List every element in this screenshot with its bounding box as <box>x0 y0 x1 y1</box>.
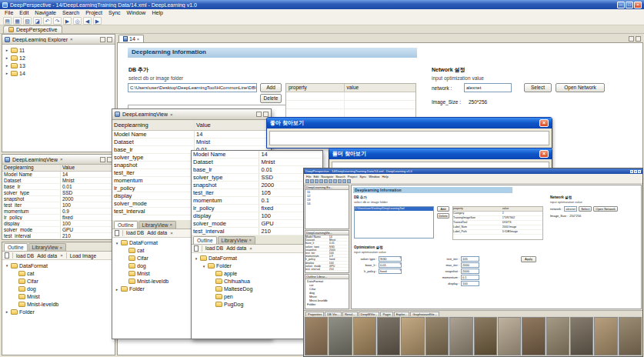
save-icon[interactable]: ▦ <box>13 17 22 25</box>
add-button[interactable]: Add <box>260 83 282 92</box>
image-thumbnail[interactable] <box>594 317 617 355</box>
image-thumbnail[interactable] <box>425 317 449 355</box>
tab-outline[interactable]: Outline <box>114 221 138 229</box>
undo-icon[interactable] <box>324 179 328 183</box>
property-row[interactable]: lr_policy fixed <box>2 215 115 221</box>
outline-tree-item[interactable]: ▸ Folder <box>2 308 115 315</box>
new-file-icon[interactable]: ▤ <box>3 17 12 25</box>
mini-menu-item[interactable]: Project <box>348 175 357 178</box>
mini-menu-item[interactable]: Navigate <box>321 175 333 178</box>
mini-db-listbox[interactable]: C:\Users\user\Desktop\DeepLearningTool <box>354 206 434 239</box>
dialog-close-button[interactable]: × <box>539 150 549 158</box>
mini-field-dropdown[interactable]: SGD <box>379 256 402 262</box>
run-icon[interactable]: ▶ <box>63 17 72 25</box>
forward-icon[interactable]: ▶ <box>93 17 102 25</box>
twisty-icon[interactable]: ▸ <box>5 63 9 68</box>
print-icon[interactable] <box>315 179 319 183</box>
mini-tree-item[interactable]: Folder <box>305 302 349 306</box>
undo-icon[interactable]: ↶ <box>43 17 52 25</box>
add-data-button[interactable]: Add data <box>147 230 167 235</box>
image-thumbnail[interactable] <box>546 317 569 355</box>
image-thumbnail[interactable] <box>498 317 521 355</box>
mini-db-selected-path[interactable]: C:\Users\user\Desktop\DeepLearningTool <box>355 207 433 211</box>
twisty-icon[interactable]: ▾ <box>5 263 9 268</box>
outline-tree-item[interactable]: dog <box>2 285 115 292</box>
explorer-tree-item[interactable]: ▸ 13 <box>2 62 115 69</box>
property-row[interactable]: Dataset Mnist <box>192 158 322 166</box>
outline-tree-item[interactable]: Mnist <box>2 292 115 300</box>
print-icon[interactable]: ▧ <box>23 17 32 25</box>
editor-tab-close-icon[interactable] <box>137 37 140 42</box>
outline-tree-item[interactable]: ▾ DataFormat <box>2 262 115 269</box>
back-icon[interactable]: ◀ <box>83 17 92 25</box>
explorer-minimize-icon[interactable] <box>100 37 105 42</box>
column-header-value[interactable]: value <box>345 84 415 92</box>
dialog-close-button[interactable]: × <box>539 119 549 127</box>
image-thumbnail[interactable] <box>305 317 328 355</box>
property-row[interactable]: display 100 <box>2 221 115 227</box>
load-db-button[interactable]: load DB <box>126 230 144 235</box>
property-row[interactable]: snapshot 2000 <box>2 196 115 202</box>
mini-field-input[interactable]: 2000 <box>461 269 479 274</box>
perspective-tab-deepperspective[interactable]: DeepPerspective <box>3 25 62 33</box>
mini-field-input[interactable]: 0.1 <box>461 275 479 280</box>
tab-libraryview[interactable]: LibraryView <box>28 243 66 251</box>
dlview-close-icon[interactable] <box>60 157 63 162</box>
mini-field-dropdown[interactable]: fixed <box>379 269 402 274</box>
menu-item[interactable]: Navigate <box>35 10 56 15</box>
run-icon[interactable] <box>333 179 337 183</box>
property-row[interactable]: solver_mode GPU <box>2 227 115 233</box>
mini-field-dropdown[interactable]: 0.01 <box>379 262 402 268</box>
mini-tree-item[interactable]: 14 <box>305 202 349 205</box>
image-thumbnail[interactable] <box>570 317 593 355</box>
dialog-titlebar[interactable]: 좋아 찾아보기 × <box>267 118 552 128</box>
outline-tree-item[interactable]: cat <box>2 269 115 277</box>
property-row[interactable]: Model Name 14 <box>112 131 271 138</box>
redo-icon[interactable]: ↷ <box>53 17 62 25</box>
load-db-button[interactable]: load DB <box>205 245 223 251</box>
property-row[interactable]: Model Name 14 <box>2 172 115 178</box>
add-data-button[interactable]: Add data <box>37 253 57 259</box>
mini-menu-item[interactable]: Edit <box>313 175 319 178</box>
twisty-icon[interactable]: ▾ <box>115 241 119 245</box>
mini-property-row[interactable]: Label_PathD:\DB\Image <box>453 230 542 235</box>
mini-select-button[interactable]: Select <box>579 206 592 212</box>
explorer-maximize-icon[interactable] <box>107 37 112 42</box>
image-thumbnail[interactable] <box>377 317 400 355</box>
column-header-deeplearning[interactable]: Deeplearning <box>112 122 195 128</box>
explorer-close-icon[interactable] <box>70 37 73 42</box>
twisty-icon[interactable]: ▸ <box>5 309 9 314</box>
floating-window-titlebar[interactable]: DeepLearningView <box>112 109 271 120</box>
mini-menu-item[interactable]: Help <box>382 175 388 178</box>
mini-menu-item[interactable]: Sync <box>359 175 366 178</box>
twisty-icon[interactable]: ▾ <box>194 256 199 261</box>
property-row[interactable]: base_lr 0.01 <box>2 184 115 190</box>
new-file-icon[interactable] <box>305 179 309 183</box>
twisty-icon[interactable]: ▸ <box>5 48 9 52</box>
menu-item[interactable]: Project <box>85 10 102 15</box>
mini-property-row[interactable]: test_interval210 <box>305 268 349 271</box>
cut-icon[interactable]: ◪ <box>33 17 42 25</box>
open-network-button[interactable]: Open Network <box>556 83 605 92</box>
mini-menu-item[interactable]: Search <box>335 175 345 178</box>
mini-menu-item[interactable]: File <box>306 175 311 178</box>
twisty-icon[interactable]: ▾ <box>202 264 206 269</box>
image-thumbnail[interactable] <box>619 317 642 355</box>
editor-tab-14[interactable]: 14 <box>118 35 144 42</box>
twisty-icon[interactable]: ▸ <box>5 71 9 75</box>
mini-field-input[interactable]: 2000 <box>461 262 479 268</box>
menu-item[interactable]: Help <box>152 10 162 15</box>
outline-tree-item[interactable]: Mnist-leveldb <box>2 300 115 308</box>
db-path-input[interactable]: C:\Users\user\Desktop\DeepLearningTool\H… <box>128 83 257 92</box>
load-image-button[interactable]: Load Image <box>70 253 96 259</box>
delete-button[interactable]: Delete <box>260 94 282 103</box>
tab-libraryview[interactable]: LibraryView <box>218 236 255 244</box>
network-input[interactable]: alexnet <box>464 83 512 92</box>
column-header-deeplearning[interactable]: Deeplearning <box>2 165 61 171</box>
tab-outline[interactable]: Outline <box>4 243 28 251</box>
add-data-button[interactable]: Add data <box>226 245 246 251</box>
tab-close-icon[interactable] <box>249 238 252 242</box>
editor-maximize-icon[interactable] <box>636 36 641 42</box>
search-icon[interactable]: ◎ <box>73 17 82 25</box>
menu-item[interactable]: Edit <box>19 10 28 15</box>
